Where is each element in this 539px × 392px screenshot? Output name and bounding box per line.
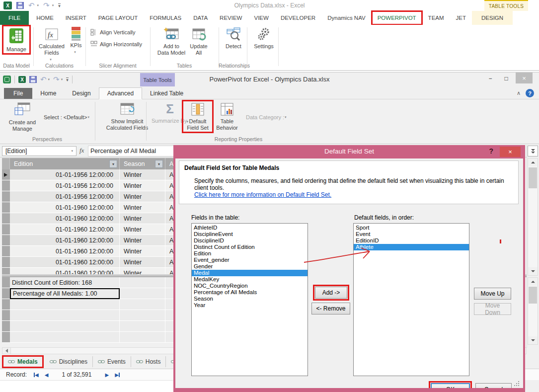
cell-season[interactable]: Winter — [120, 235, 165, 246]
excel-ribbon-tab[interactable]: TEAM — [422, 11, 450, 25]
measure-cell[interactable] — [10, 299, 120, 310]
cell-edition[interactable]: 01-01-1960 12:00:00 — [10, 246, 120, 257]
default-field-list-item[interactable]: Athlete — [354, 244, 469, 250]
remove-button[interactable]: <- Remove — [311, 303, 350, 314]
row-selector[interactable] — [2, 191, 10, 202]
measure-cell[interactable] — [120, 332, 165, 343]
field-list-item[interactable]: DisciplineID — [192, 237, 308, 244]
row-selector[interactable] — [2, 169, 10, 180]
cell-edition[interactable]: 01-01-1960 12:00:00 — [10, 213, 120, 224]
excel-ribbon-tab[interactable]: POWERPIVOT — [372, 11, 422, 25]
redo-caret-icon[interactable]: ▾ — [52, 3, 54, 7]
measure-cell[interactable] — [120, 310, 165, 321]
switch-to-excel-icon[interactable]: X — [18, 76, 26, 83]
field-list-item[interactable]: NOC_CountryRegion — [192, 283, 308, 289]
measure-row-selector[interactable] — [2, 321, 10, 332]
default-field-list-item[interactable]: Sport — [354, 225, 469, 231]
cell-season[interactable]: Winter — [120, 224, 165, 235]
row-selector[interactable] — [2, 246, 10, 257]
powerpivot-tab[interactable]: Linked Table — [142, 88, 191, 99]
row-selector[interactable] — [2, 213, 10, 224]
cell-season[interactable]: Winter — [120, 202, 165, 213]
dialog-titlebar[interactable]: Default Field Set ? × — [173, 145, 525, 158]
scroll-up-icon[interactable] — [528, 278, 538, 286]
close-button[interactable]: × — [516, 73, 533, 83]
scroll-down-icon[interactable] — [528, 336, 538, 344]
row-selector[interactable] — [2, 180, 10, 191]
sheet-tab[interactable]: Disciplines — [45, 356, 93, 367]
measure-cell[interactable] — [120, 321, 165, 332]
measure-cell[interactable] — [120, 277, 165, 288]
cell-season[interactable]: Winter — [120, 169, 165, 180]
measure-cell[interactable] — [10, 321, 120, 332]
name-box-caret-icon[interactable]: ▾ — [71, 149, 73, 153]
column-header-season[interactable]: Season ▾ — [120, 158, 165, 169]
update-all-button[interactable]: Update All — [188, 27, 210, 56]
excel-ribbon-tab[interactable]: REVIEW — [214, 11, 248, 25]
maximize-button[interactable]: □ — [499, 74, 514, 83]
resize-grip[interactable] — [513, 380, 519, 386]
excel-ribbon-tab[interactable]: DESIGN — [472, 11, 513, 25]
powerpivot-tab[interactable]: File — [4, 88, 32, 99]
field-list-item[interactable]: Event_gender — [192, 257, 308, 263]
default-field-set-button[interactable]: Default Field Set — [184, 102, 212, 131]
cell-edition[interactable]: 01-01-1956 12:00:00 — [10, 180, 120, 191]
powerpivot-tab[interactable]: Home — [32, 88, 64, 99]
cell-season[interactable]: Winter — [120, 257, 165, 268]
measure-cell[interactable] — [120, 288, 165, 299]
cell-edition[interactable]: 01-01-1960 12:00:00 — [10, 202, 120, 213]
measure-cell[interactable] — [120, 299, 165, 310]
calculated-fields-button[interactable]: fx Calculated Fields ▾ — [37, 27, 66, 63]
row-selector[interactable] — [2, 202, 10, 213]
scroll-left-icon[interactable] — [2, 348, 11, 354]
align-vertically-button[interactable]: Align Vertically — [90, 29, 136, 36]
redo-caret-icon[interactable]: ▾ — [61, 78, 63, 81]
record-next-icon[interactable]: ▶ — [105, 372, 109, 378]
sheet-tab[interactable]: Hosts — [131, 356, 166, 367]
select-all-corner[interactable] — [2, 158, 10, 169]
record-last-icon[interactable]: ▶ — [115, 372, 120, 378]
help-icon[interactable]: ? — [526, 89, 534, 97]
undo-caret-icon[interactable]: ▾ — [37, 3, 39, 7]
cell-edition[interactable]: 01-01-1960 12:00:00 — [10, 224, 120, 235]
field-list-item[interactable]: Medal — [192, 270, 308, 276]
excel-ribbon-tab[interactable]: FILE — [0, 11, 29, 25]
field-list-item[interactable]: Distinct Count of Edition — [192, 244, 308, 250]
redo-icon[interactable]: ↷ — [53, 77, 60, 82]
record-first-icon[interactable]: ◀ — [34, 372, 39, 378]
field-list-item[interactable]: Percentage of All Medals — [192, 289, 308, 296]
undo-icon[interactable]: ↶ — [40, 77, 47, 82]
measure-row-selector[interactable] — [2, 288, 10, 299]
filter-dropdown-icon[interactable]: ▾ — [109, 160, 117, 168]
cell-season[interactable]: Winter — [120, 246, 165, 257]
scroll-up-icon[interactable] — [528, 158, 538, 166]
detect-button[interactable]: Detect — [222, 27, 245, 50]
sheet-tab[interactable]: Medals — [3, 356, 43, 367]
fields-listbox[interactable]: AthleteID DisciplineEvent DisciplineID D… — [191, 223, 308, 376]
cell-season[interactable]: Winter — [120, 191, 165, 202]
add-to-data-model-button[interactable]: Add to Data Model — [157, 27, 186, 56]
measure-cell[interactable]: Percentage of All Medals: 1.00 — [10, 288, 120, 299]
show-implicit-calculated-fields-button[interactable]: Show Implicit Calculated Fields — [99, 102, 155, 131]
measure-row-selector[interactable] — [2, 310, 10, 321]
more-information-link[interactable]: Click here for more information on Defau… — [194, 191, 331, 198]
cell-edition[interactable]: 01-01-1956 12:00:00 — [10, 191, 120, 202]
measure-row-selector[interactable] — [2, 332, 10, 343]
redo-icon[interactable]: ↷ — [43, 2, 50, 8]
qat-customize-icon[interactable]: ▾ — [66, 78, 69, 82]
filter-dropdown-icon[interactable]: ▾ — [155, 160, 163, 168]
default-fields-listbox[interactable]: Sport Event EditionID Athlete — [353, 223, 469, 376]
excel-ribbon-tab[interactable]: FORMULAS — [144, 11, 187, 25]
measure-cell[interactable] — [10, 310, 120, 321]
column-header-edition[interactable]: Edition ▾ — [10, 158, 120, 169]
table-behavior-button[interactable]: Table Behavior — [213, 102, 241, 131]
field-list-item[interactable]: AthleteID — [192, 225, 308, 231]
excel-ribbon-tab[interactable]: DATA — [187, 11, 214, 25]
field-list-item[interactable]: MedalKey — [192, 276, 308, 283]
minimize-button[interactable]: − — [483, 74, 498, 83]
select-perspective-dropdown[interactable]: Select : <Default> ▾ — [44, 114, 89, 120]
dialog-close-icon[interactable]: × — [500, 147, 521, 157]
powerpivot-tab[interactable]: Advanced — [99, 87, 142, 99]
dialog-help-icon[interactable]: ? — [489, 147, 493, 155]
row-selector[interactable] — [2, 235, 10, 246]
